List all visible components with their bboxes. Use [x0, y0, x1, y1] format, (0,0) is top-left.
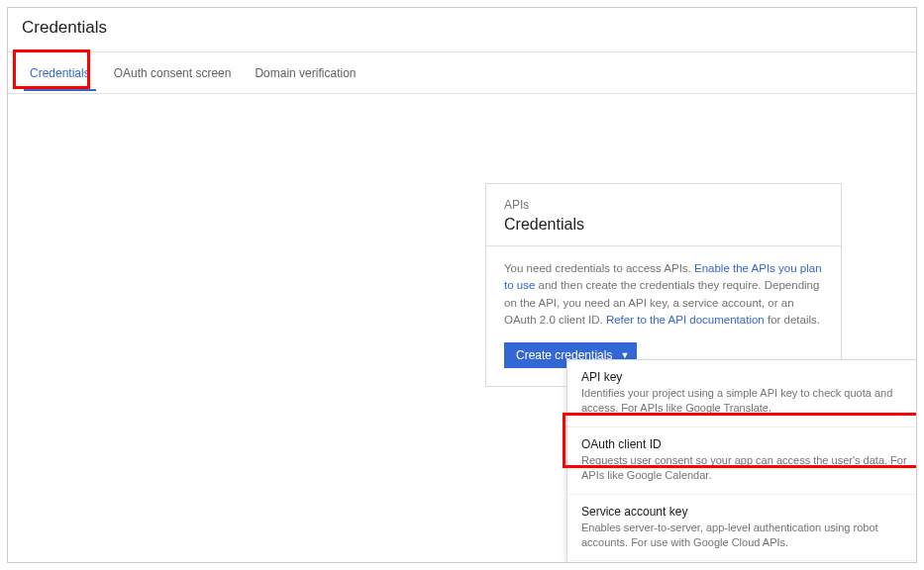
dropdown-item-oauth-client-id[interactable]: OAuth client ID Requests user consent so… [567, 428, 917, 495]
dropdown-item-desc: Requests user consent so your app can ac… [581, 453, 911, 484]
content-area: APIs Credentials You need credentials to… [8, 94, 916, 563]
tab-oauth-consent-screen[interactable]: OAuth consent screen [102, 55, 244, 91]
card-title: Credentials [504, 216, 823, 234]
card-text-pre: You need credentials to access APIs. [504, 262, 694, 274]
app-window: Credentials Credentials OAuth consent sc… [7, 7, 917, 563]
dropdown-item-title: Service account key [581, 505, 911, 519]
tab-credentials[interactable]: Credentials [18, 55, 102, 91]
credentials-card: APIs Credentials You need credentials to… [485, 183, 842, 387]
dropdown-item-api-key[interactable]: API key Identifies your project using a … [567, 360, 917, 428]
tab-label: OAuth consent screen [114, 66, 232, 80]
card-text-post: for details. [765, 314, 820, 326]
link-api-documentation[interactable]: Refer to the API documentation [606, 314, 765, 326]
page-title: Credentials [22, 18, 902, 38]
dropdown-item-desc: Enables server-to-server, app-level auth… [581, 521, 911, 551]
dropdown-item-title: API key [581, 370, 911, 384]
create-credentials-dropdown: API key Identifies your project using a … [566, 359, 917, 563]
dropdown-item-help-me-choose[interactable]: Help me choose Asks a few questions to h… [567, 561, 917, 563]
dropdown-item-title: OAuth client ID [581, 437, 911, 451]
dropdown-item-service-account-key[interactable]: Service account key Enables server-to-se… [567, 495, 917, 562]
tab-label: Credentials [30, 66, 90, 80]
card-header: APIs Credentials [486, 184, 841, 245]
dropdown-item-desc: Identifies your project using a simple A… [581, 386, 911, 417]
tab-domain-verification[interactable]: Domain verification [243, 55, 367, 91]
tab-bar: Credentials OAuth consent screen Domain … [8, 52, 916, 94]
card-eyebrow: APIs [504, 198, 823, 212]
tab-label: Domain verification [255, 66, 356, 80]
page-header: Credentials [8, 8, 916, 52]
